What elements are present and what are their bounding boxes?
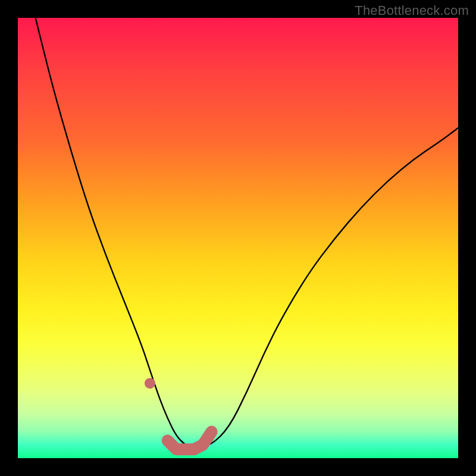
marker-layer [145, 378, 212, 449]
marker-valley [168, 432, 212, 450]
marker-dot [145, 378, 155, 389]
plot-area [18, 18, 458, 458]
curve-layer [36, 18, 458, 448]
chart-svg [18, 18, 458, 458]
bottleneck-curve [36, 18, 458, 448]
watermark-text: TheBottleneck.com [355, 3, 469, 18]
chart-frame: TheBottleneck.com [0, 0, 476, 476]
